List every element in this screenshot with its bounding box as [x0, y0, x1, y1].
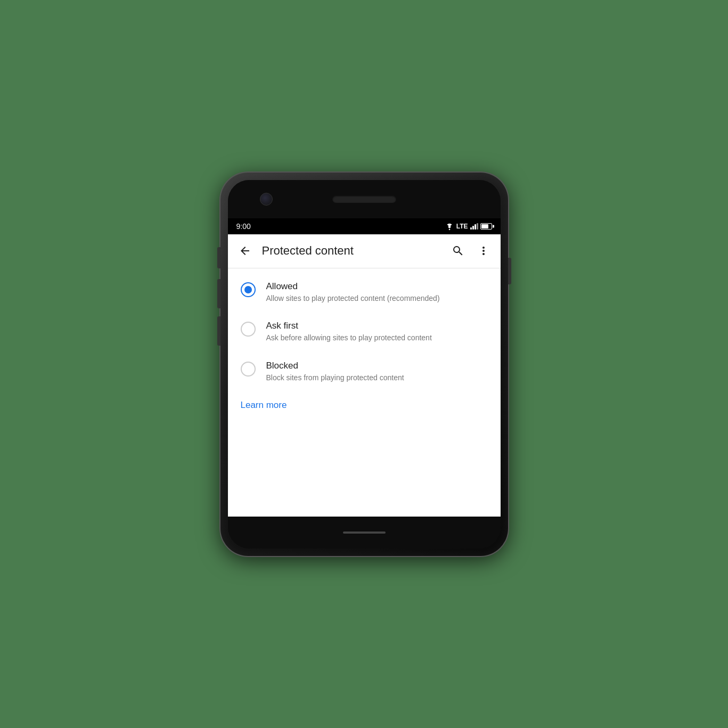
radio-inner-allowed	[244, 286, 252, 293]
learn-more-link[interactable]: Learn more	[241, 400, 287, 410]
wifi-icon	[445, 223, 454, 230]
page-title: Protected content	[262, 244, 445, 258]
option-title-blocked: Blocked	[266, 361, 488, 371]
option-blocked[interactable]: Blocked Block sites from playing protect…	[228, 352, 501, 392]
status-time: 9:00	[236, 222, 251, 231]
radio-allowed[interactable]	[241, 282, 256, 297]
option-desc-blocked: Block sites from playing protected conte…	[266, 373, 488, 383]
signal-icon	[470, 223, 478, 230]
speaker	[332, 195, 396, 203]
radio-blocked[interactable]	[241, 362, 256, 377]
top-bezel	[228, 180, 501, 218]
phone-screen: 9:00 LTE	[228, 180, 501, 549]
radio-outer-allowed	[241, 282, 256, 297]
more-vert-icon	[477, 244, 490, 257]
volume-down-button	[217, 316, 220, 346]
lte-label: LTE	[456, 223, 468, 230]
phone-device: 9:00 LTE	[220, 173, 508, 556]
app-bar: Protected content	[228, 234, 501, 268]
back-button[interactable]	[232, 238, 258, 264]
power-button	[508, 258, 511, 284]
mute-button	[217, 247, 220, 268]
battery-icon	[480, 223, 492, 230]
option-text-allowed: Allowed Allow sites to play protected co…	[266, 281, 488, 304]
option-desc-ask-first: Ask before allowing sites to play protec…	[266, 333, 488, 343]
home-indicator	[343, 531, 386, 534]
radio-ask-first[interactable]	[241, 322, 256, 337]
screen-content: Protected content	[228, 234, 501, 517]
status-bar: 9:00 LTE	[228, 218, 501, 234]
battery-fill	[481, 224, 489, 228]
option-allowed[interactable]: Allowed Allow sites to play protected co…	[228, 273, 501, 313]
search-button[interactable]	[445, 238, 471, 264]
more-options-button[interactable]	[471, 238, 496, 264]
radio-outer-blocked	[241, 362, 256, 377]
learn-more-section: Learn more	[228, 391, 501, 419]
option-text-ask-first: Ask first Ask before allowing sites to p…	[266, 321, 488, 343]
radio-outer-ask-first	[241, 322, 256, 337]
bottom-bezel	[228, 517, 501, 549]
option-title-ask-first: Ask first	[266, 321, 488, 331]
options-container: Allowed Allow sites to play protected co…	[228, 268, 501, 517]
front-camera	[260, 193, 273, 206]
option-title-allowed: Allowed	[266, 281, 488, 292]
back-arrow-icon	[239, 244, 251, 257]
option-ask-first[interactable]: Ask first Ask before allowing sites to p…	[228, 312, 501, 352]
option-desc-allowed: Allow sites to play protected content (r…	[266, 293, 488, 304]
option-text-blocked: Blocked Block sites from playing protect…	[266, 361, 488, 383]
toolbar-icons	[445, 238, 496, 264]
volume-up-button	[217, 279, 220, 308]
status-icons: LTE	[445, 223, 492, 230]
search-icon	[452, 244, 464, 257]
